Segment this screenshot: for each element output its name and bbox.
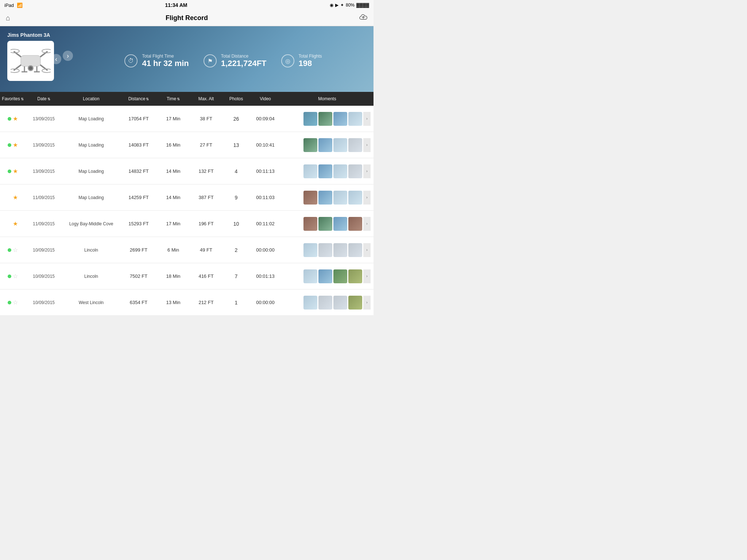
star-icon[interactable]: ★ [13,168,18,175]
cell-photos: 7 [222,273,250,279]
thumbnail [303,164,317,178]
moments-scroll-arrow[interactable]: › [363,191,371,205]
col-header-maxalt: Max. Alt [190,96,222,101]
star-icon[interactable]: ★ [13,194,18,201]
flights-icon: ◎ [281,54,294,67]
cell-favorites[interactable]: ☆ [0,299,26,306]
moments-scroll-arrow[interactable]: › [363,296,371,310]
sort-time-icon: ⇅ [177,97,180,101]
thumbnail [318,112,332,126]
moments-scroll-arrow[interactable]: › [363,112,371,126]
moments-scroll-arrow[interactable]: › [363,269,371,283]
moments-scroll-arrow[interactable]: › [363,217,371,231]
cell-moments[interactable]: › [281,112,374,126]
flights-value: 198 [299,59,322,68]
thumbnail [333,164,347,178]
active-dot [8,143,11,147]
table-row[interactable]: ☆ 10/09/2015 West Lincoln 6354 FT 13 Min… [0,289,374,316]
cell-favorites[interactable]: ☆ [0,273,26,280]
drone-image [7,41,54,81]
cloud-upload-button[interactable] [359,13,368,23]
location-icon: ◉ [330,3,333,8]
sort-date-icon: ⇅ [47,97,50,101]
cell-favorites[interactable]: ☆ [0,246,26,253]
battery-label: 80% [346,3,355,8]
cell-moments[interactable]: › [281,138,374,152]
moments-scroll-arrow[interactable]: › [363,164,371,178]
thumbnail [348,269,362,283]
thumbnail [318,164,332,178]
active-dot [8,117,11,121]
table-row[interactable]: ★ 11/09/2015 Map Loading 14259 FT 14 Min… [0,184,374,211]
cell-time: 18 Min [157,273,190,279]
cell-moments[interactable]: › [281,217,374,231]
thumbnail [348,112,362,126]
star-icon[interactable]: ☆ [13,299,18,306]
cell-moments[interactable]: › [281,243,374,257]
cell-location: Map Loading [62,116,120,121]
table-row[interactable]: ☆ 10/09/2015 Lincoln 7502 FT 18 Min 416 … [0,263,374,289]
cell-favorites[interactable]: ★ [0,220,26,227]
table-row[interactable]: ★ 11/09/2015 Logy Bay-Middle Cove 15293 … [0,211,374,237]
col-header-date[interactable]: Date ⇅ [26,96,62,101]
cell-favorites[interactable]: ★ [0,194,26,201]
thumbnail [303,191,317,205]
cell-altitude: 27 FT [190,142,222,148]
cell-location: Lincoln [62,248,120,253]
thumbnail [318,296,332,310]
page-title: Flight Record [166,14,208,22]
cell-time: 6 Min [157,247,190,253]
cell-date: 11/09/2015 [26,221,62,226]
thumbnail [318,217,332,231]
table-row[interactable]: ★ 13/09/2015 Map Loading 17054 FT 17 Min… [0,106,374,132]
col-header-distance[interactable]: Distance ⇅ [120,96,157,101]
cell-photos: 10 [222,221,250,227]
thumbnail [333,138,347,152]
table-row[interactable]: ☆ 10/09/2015 Lincoln 2699 FT 6 Min 49 FT… [0,237,374,263]
home-button[interactable]: ⌂ [6,14,10,22]
cell-favorites[interactable]: ★ [0,115,26,122]
cell-moments[interactable]: › [281,164,374,178]
cell-distance: 17054 FT [120,116,157,121]
star-icon[interactable]: ☆ [13,246,18,253]
total-distance-stat: ⚑ Total Distance 1,221,724FT [204,54,267,68]
active-dot [8,301,11,304]
cell-photos: 1 [222,300,250,306]
next-drone-button[interactable]: › [63,51,73,61]
col-header-photos: Photos [222,96,250,101]
star-icon[interactable]: ☆ [13,273,18,280]
thumbnail [348,243,362,257]
star-icon[interactable]: ★ [13,115,18,122]
thumbnail [303,112,317,126]
col-header-video: Video [250,96,281,101]
bluetooth-icon: ✦ [340,3,344,8]
cell-favorites[interactable]: ★ [0,168,26,175]
star-icon[interactable]: ★ [13,141,18,148]
cell-moments[interactable]: › [281,191,374,205]
prev-drone-button[interactable]: ‹ [51,54,61,64]
cell-video: 00:00:00 [250,300,281,305]
cell-distance: 14832 FT [120,168,157,174]
table-row[interactable]: ★ 13/09/2015 Map Loading 14832 FT 14 Min… [0,158,374,184]
cell-altitude: 416 FT [190,273,222,279]
cell-moments[interactable]: › [281,269,374,283]
cell-time: 13 Min [157,300,190,305]
moments-scroll-arrow[interactable]: › [363,243,371,257]
table-row[interactable]: ★ 13/09/2015 Map Loading 14083 FT 16 Min… [0,132,374,158]
col-header-time[interactable]: Time ⇅ [157,96,190,101]
star-icon[interactable]: ★ [13,220,18,227]
cell-time: 17 Min [157,221,190,226]
cell-moments[interactable]: › [281,296,374,310]
wifi-icon: 📶 [17,3,23,8]
cell-video: 00:11:13 [250,168,281,174]
cell-distance: 14083 FT [120,142,157,148]
clock-icon: ⏱ [124,54,138,67]
active-dot [8,170,11,173]
cell-time: 17 Min [157,116,190,121]
moments-scroll-arrow[interactable]: › [363,138,371,152]
cell-date: 10/09/2015 [26,248,62,253]
cell-favorites[interactable]: ★ [0,141,26,148]
col-header-favorites[interactable]: Favorites ⇅ [0,96,26,101]
cell-distance: 14259 FT [120,195,157,200]
thumbnail [333,191,347,205]
